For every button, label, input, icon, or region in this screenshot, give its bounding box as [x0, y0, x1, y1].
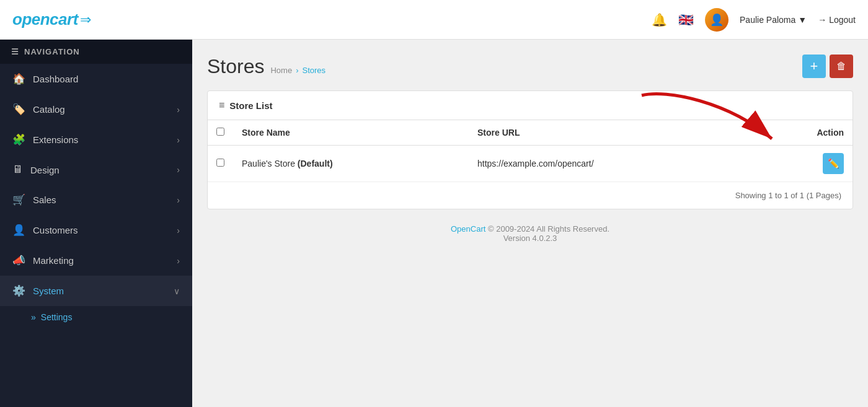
chevron-right-icon: ›	[177, 256, 180, 266]
customers-icon: 👤	[12, 224, 25, 237]
table-row: Paulie's Store (Default) https://example…	[208, 146, 852, 182]
sidebar-item-sales[interactable]: 🛒 Sales ›	[0, 185, 192, 215]
breadcrumb-stores[interactable]: Stores	[303, 66, 326, 75]
logo-text: opencart	[12, 10, 78, 29]
page-title-area: Stores Home › Stores	[207, 55, 326, 78]
nav-header: ☰ NAVIGATION	[0, 40, 192, 64]
store-table: Store Name Store URL Action Paulie's Sto…	[208, 120, 852, 182]
hamburger-icon: ☰	[11, 47, 19, 56]
table-header-row: Store Name Store URL Action	[208, 120, 852, 146]
sub-item-icon: »	[31, 312, 36, 322]
notification-bell-icon[interactable]: 🔔	[652, 12, 667, 27]
sidebar-item-extensions[interactable]: 🧩 Extensions ›	[0, 125, 192, 155]
delete-store-button[interactable]: 🗑	[830, 55, 853, 78]
store-url-text: https://example.com/opencart/	[477, 159, 594, 168]
header-right: 🔔 🇬🇧 👤 Paulie Paloma ▼ → Logout	[652, 8, 856, 32]
sidebar-item-marketing[interactable]: 📣 Marketing ›	[0, 245, 192, 276]
cart-icon: ⇒	[80, 12, 91, 28]
th-store-name: Store Name	[233, 120, 469, 146]
store-name-default-badge: (Default)	[298, 159, 333, 168]
row-checkbox[interactable]	[216, 159, 224, 167]
logo[interactable]: opencart ⇒	[12, 10, 91, 29]
sidebar-item-design[interactable]: 🖥 Design ›	[0, 155, 192, 185]
arrow-container: Store Name Store URL Action Paulie's Sto…	[208, 120, 852, 182]
sidebar-item-system[interactable]: ⚙️ System ∨	[0, 276, 192, 306]
catalog-icon: 🏷️	[12, 103, 25, 116]
chevron-right-icon: ›	[177, 165, 180, 175]
sales-icon: 🛒	[12, 193, 25, 206]
row-checkbox-cell	[208, 146, 233, 182]
user-dropdown-icon: ▼	[798, 15, 807, 25]
footer: OpenCart © 2009-2024 All Rights Reserved…	[207, 209, 853, 258]
chevron-right-icon: ›	[177, 105, 180, 115]
pagination-info: Showing 1 to 1 of 1 (1 Pages)	[208, 182, 852, 209]
chevron-right-icon: ›	[177, 225, 180, 235]
store-list-card: ≡ Store List	[207, 90, 853, 209]
add-store-button[interactable]: +	[802, 55, 826, 78]
store-url-cell: https://example.com/opencart/	[469, 146, 757, 182]
sidebar-item-customers[interactable]: 👤 Customers ›	[0, 215, 192, 245]
language-flag-icon[interactable]: 🇬🇧	[678, 12, 694, 27]
top-header: opencart ⇒ 🔔 🇬🇧 👤 Paulie Paloma ▼ → Logo…	[0, 0, 868, 40]
breadcrumb: Home › Stores	[270, 66, 326, 75]
home-icon: 🏠	[12, 72, 25, 85]
card-header: ≡ Store List	[208, 91, 852, 120]
user-name[interactable]: Paulie Paloma ▼	[740, 15, 807, 25]
page-title: Stores	[207, 55, 264, 78]
list-icon: ≡	[219, 100, 224, 111]
action-buttons: + 🗑	[802, 55, 853, 78]
sidebar-item-settings[interactable]: » Settings	[0, 306, 192, 328]
breadcrumb-home[interactable]: Home	[270, 66, 292, 75]
footer-brand-link[interactable]: OpenCart	[451, 224, 485, 234]
sidebar-item-dashboard[interactable]: 🏠 Dashboard	[0, 64, 192, 94]
footer-version: Version 4.0.2.3	[222, 234, 838, 243]
th-action: Action	[757, 120, 852, 146]
design-icon: 🖥	[12, 164, 23, 176]
layout: ☰ NAVIGATION 🏠 Dashboard 🏷️ Catalog › 🧩 …	[0, 40, 868, 407]
logout-button[interactable]: → Logout	[818, 15, 856, 25]
system-icon: ⚙️	[12, 284, 25, 297]
breadcrumb-separator: ›	[296, 66, 298, 75]
sidebar-item-catalog[interactable]: 🏷️ Catalog ›	[0, 94, 192, 125]
trash-icon: 🗑	[836, 61, 846, 72]
section-title: Store List	[229, 100, 272, 111]
footer-copyright: © 2009-2024 All Rights Reserved.	[488, 224, 609, 234]
th-store-url: Store URL	[469, 120, 757, 146]
avatar-image: 👤	[710, 13, 724, 27]
chevron-right-icon: ›	[177, 195, 180, 205]
avatar[interactable]: 👤	[705, 8, 728, 32]
chevron-down-icon: ∨	[174, 286, 180, 296]
page-header: Stores Home › Stores + 🗑	[207, 55, 853, 78]
th-checkbox	[208, 120, 233, 146]
pencil-icon: ✏️	[828, 158, 839, 169]
chevron-right-icon: ›	[177, 135, 180, 145]
sidebar: ☰ NAVIGATION 🏠 Dashboard 🏷️ Catalog › 🧩 …	[0, 40, 192, 407]
select-all-checkbox[interactable]	[216, 128, 224, 136]
edit-store-button[interactable]: ✏️	[823, 153, 844, 174]
main-content: Stores Home › Stores + 🗑 ≡ Store List	[192, 40, 868, 407]
logout-icon: →	[818, 15, 826, 25]
extensions-icon: 🧩	[12, 133, 25, 146]
store-name-cell: Paulie's Store (Default)	[233, 146, 469, 182]
store-name-text: Paulie's Store	[242, 159, 298, 168]
marketing-icon: 📣	[12, 254, 25, 267]
store-action-cell: ✏️	[757, 146, 852, 182]
